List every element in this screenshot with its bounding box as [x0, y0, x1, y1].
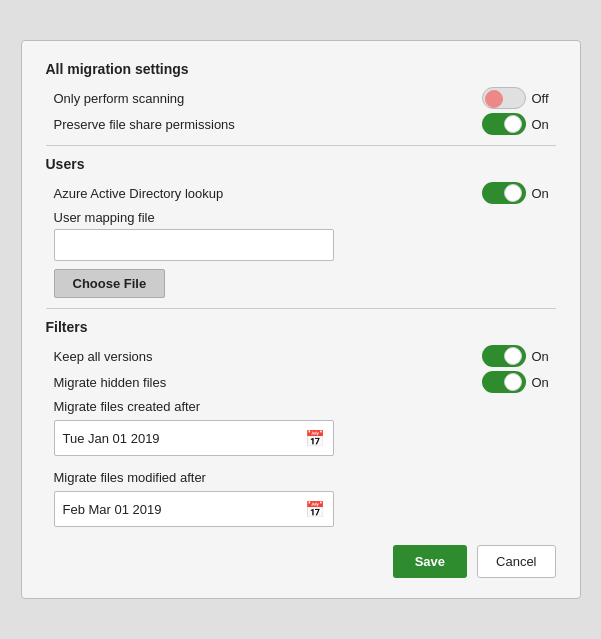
users-title: Users — [46, 156, 556, 172]
toggle-knob — [504, 115, 522, 133]
modified-after-label: Migrate files modified after — [54, 470, 556, 485]
only-perform-scanning-toggle[interactable] — [482, 87, 526, 109]
keep-all-versions-toggle-group: On — [476, 345, 556, 367]
save-button[interactable]: Save — [393, 545, 467, 578]
preserve-permissions-toggle-label: On — [532, 117, 556, 132]
divider-2 — [46, 308, 556, 309]
preserve-permissions-toggle-group: On — [476, 113, 556, 135]
toggle-knob — [504, 184, 522, 202]
choose-file-button[interactable]: Choose File — [54, 269, 166, 298]
user-mapping-file-label: User mapping file — [54, 210, 556, 225]
preserve-permissions-toggle[interactable] — [482, 113, 526, 135]
only-perform-scanning-toggle-group: Off — [476, 87, 556, 109]
keep-all-versions-toggle-label: On — [532, 349, 556, 364]
preserve-permissions-label: Preserve file share permissions — [54, 117, 476, 132]
keep-all-versions-toggle[interactable] — [482, 345, 526, 367]
dialog-footer: Save Cancel — [46, 545, 556, 578]
user-mapping-file-input[interactable] — [54, 229, 334, 261]
all-migration-title: All migration settings — [46, 61, 556, 77]
migrate-hidden-files-toggle[interactable] — [482, 371, 526, 393]
migration-settings-dialog: All migration settings Only perform scan… — [21, 40, 581, 599]
divider-1 — [46, 145, 556, 146]
modified-after-date-input[interactable]: Feb Mar 01 2019 📅 — [54, 491, 334, 527]
only-perform-scanning-toggle-label: Off — [532, 91, 556, 106]
created-after-calendar-icon[interactable]: 📅 — [305, 429, 325, 448]
toggle-knob — [485, 90, 503, 108]
migrate-hidden-files-row: Migrate hidden files On — [54, 371, 556, 393]
created-after-label: Migrate files created after — [54, 399, 556, 414]
migrate-hidden-files-toggle-group: On — [476, 371, 556, 393]
azure-ad-lookup-toggle-group: On — [476, 182, 556, 204]
only-perform-scanning-label: Only perform scanning — [54, 91, 476, 106]
cancel-button[interactable]: Cancel — [477, 545, 555, 578]
keep-all-versions-label: Keep all versions — [54, 349, 476, 364]
azure-ad-lookup-toggle-label: On — [532, 186, 556, 201]
created-after-date-input[interactable]: Tue Jan 01 2019 📅 — [54, 420, 334, 456]
migrate-hidden-files-label: Migrate hidden files — [54, 375, 476, 390]
migrate-hidden-files-toggle-label: On — [532, 375, 556, 390]
modified-after-calendar-icon[interactable]: 📅 — [305, 500, 325, 519]
keep-all-versions-row: Keep all versions On — [54, 345, 556, 367]
azure-ad-lookup-toggle[interactable] — [482, 182, 526, 204]
created-after-date-value: Tue Jan 01 2019 — [63, 431, 160, 446]
filters-title: Filters — [46, 319, 556, 335]
azure-ad-lookup-row: Azure Active Directory lookup On — [54, 182, 556, 204]
modified-after-date-value: Feb Mar 01 2019 — [63, 502, 162, 517]
only-perform-scanning-row: Only perform scanning Off — [54, 87, 556, 109]
preserve-permissions-row: Preserve file share permissions On — [54, 113, 556, 135]
toggle-knob — [504, 373, 522, 391]
azure-ad-lookup-label: Azure Active Directory lookup — [54, 186, 476, 201]
toggle-knob — [504, 347, 522, 365]
